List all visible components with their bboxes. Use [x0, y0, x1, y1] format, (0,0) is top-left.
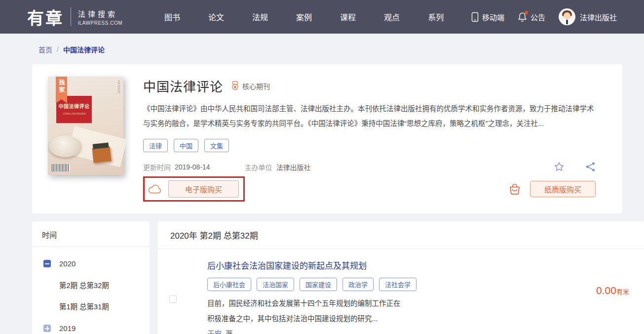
nav-item-courses[interactable]: 课程 [340, 11, 356, 23]
update-time-label: 更新时间 [143, 162, 171, 172]
nav-item-opinions[interactable]: 观点 [384, 11, 400, 23]
tree-year-label: 2019 [59, 324, 76, 333]
cover-photo-decor-inkstone [49, 135, 81, 157]
nav-item-regulations[interactable]: 法规 [252, 11, 268, 23]
nav-item-cases[interactable]: 案例 [296, 11, 312, 23]
article-title[interactable]: 后小康社会法治国家建设的新起点及其规划 [207, 259, 417, 271]
journal-card: 中国法律评论 CHINA LAW REVIEW 独家 02/2020 中国法律评… [32, 64, 622, 213]
journal-cover[interactable]: 中国法律评论 CHINA LAW REVIEW 独家 02/2020 [48, 77, 123, 175]
nav-item-books[interactable]: 图书 [164, 11, 180, 23]
logo-sub-en: iLAWPRESS.COM [78, 20, 122, 26]
breadcrumb-separator: / [57, 45, 59, 53]
summary-line: 积极准备之中，其中包括对法治中国建设规划的研究... [207, 311, 417, 327]
article-tag[interactable]: 法社会学 [379, 278, 417, 291]
navbar-right: 移动端 公告 法律出版社 [471, 8, 617, 25]
organizer-value: 法律出版社 [276, 162, 311, 172]
journal-title: 中国法律评论 [143, 77, 223, 95]
breadcrumb: 首页 / 中国法律评论 [38, 44, 644, 54]
journal-info: 中国法律评论 核心期刊 《中国法律评论》由中华人民共和国司法部主管、法律出版社主… [143, 77, 606, 202]
breadcrumb-home[interactable]: 首页 [38, 44, 52, 54]
article-tag[interactable]: 政治学 [342, 278, 374, 291]
bell-icon [518, 12, 527, 22]
user-menu[interactable]: 法律出版社 [559, 8, 617, 25]
year-tree: 2020 第2期 总第32期 第1期 总第31期 2019 2018 [32, 247, 150, 334]
price-currency: 有米 [616, 288, 629, 295]
issue-header: 2020年 第2期 总第32期 [158, 221, 644, 249]
collapse-icon-2020[interactable] [43, 260, 51, 267]
notice-link[interactable]: 公告 [518, 12, 545, 22]
logo-sub-cn: 法律搜索 [78, 8, 122, 19]
logo-divider [71, 7, 71, 26]
article-tag[interactable]: 国家建设 [300, 278, 337, 291]
article-checkbox[interactable] [169, 295, 177, 303]
paper-purchase-group: 纸质版购买 [508, 181, 596, 197]
tree-children-2020: 第2期 总第32期 第1期 总第31期 [32, 280, 150, 311]
mobile-label: 移动端 [482, 12, 504, 22]
annotation-highlight-box: 电子版购买 [143, 176, 245, 202]
article-price: 0.00有米 [596, 285, 629, 334]
journal-action-icons [554, 162, 596, 172]
article-author-row: 于安 著 [207, 328, 417, 334]
tag-china[interactable]: 中国 [174, 139, 198, 152]
logo-wordmark: 有章 [27, 5, 64, 29]
nav-item-series[interactable]: 系列 [428, 11, 444, 23]
summary-line: 目前，国民经济和社会发展第十四个五年规划的编制工作正在 [207, 296, 417, 311]
notice-label: 公告 [530, 12, 545, 22]
article-main: 后小康社会法治国家建设的新起点及其规划 后小康社会 法治国家 国家建设 政治学 … [207, 259, 417, 334]
time-filter-card: 时间 2020 第2期 总第32期 第1期 总第31期 2019 2018 [32, 221, 150, 334]
tree-item-issue-31[interactable]: 第1期 总第31期 [59, 301, 150, 311]
cover-subtitle: CHINA LAW REVIEW [63, 113, 86, 115]
user-avatar [559, 8, 575, 25]
ebook-buy-button[interactable]: 电子版购买 [168, 180, 239, 198]
lower-section: 时间 2020 第2期 总第32期 第1期 总第31期 2019 2018 20… [32, 221, 644, 334]
medal-icon [231, 81, 239, 90]
user-name: 法律出版社 [580, 12, 617, 22]
tree-year-label: 2020 [59, 259, 76, 268]
nav-item-papers[interactable]: 论文 [208, 11, 224, 23]
tree-node-2019[interactable]: 2019 [32, 324, 150, 333]
article-author-link[interactable]: 于安 [207, 330, 222, 334]
paper-buy-button[interactable]: 纸质版购买 [530, 181, 596, 197]
article-tag[interactable]: 后小康社会 [207, 278, 251, 291]
logo-subtitle: 法律搜索 iLAWPRESS.COM [78, 8, 122, 26]
cover-issue-code: 02/2020 [117, 81, 121, 94]
journal-title-row: 中国法律评论 核心期刊 [143, 77, 606, 95]
journal-tags: 法律 中国 文集 [143, 139, 606, 152]
article-summary: 目前，国民经济和社会发展第十四个五年规划的编制工作正在 积极准备之中，其中包括对… [207, 296, 417, 327]
exclusive-ribbon: 独家 [56, 77, 67, 103]
cover-barcode [52, 164, 70, 171]
cover-photo-decor-seal [92, 146, 112, 163]
logo[interactable]: 有章 法律搜索 iLAWPRESS.COM [27, 5, 122, 29]
shopping-bag-icon[interactable] [508, 182, 522, 196]
time-filter-title: 时间 [32, 221, 150, 247]
cover-title: 中国法律评论 [59, 102, 90, 110]
tag-law[interactable]: 法律 [143, 139, 168, 152]
mobile-link[interactable]: 移动端 [471, 12, 504, 22]
article-tag[interactable]: 法治国家 [257, 278, 294, 291]
expand-icon-2019[interactable] [43, 325, 51, 332]
article-tags: 后小康社会 法治国家 国家建设 政治学 法社会学 [207, 278, 417, 291]
price-amount: 0.00 [596, 285, 616, 296]
article-item: 后小康社会法治国家建设的新起点及其规划 后小康社会 法治国家 国家建设 政治学 … [158, 249, 644, 334]
cover-title-block: 中国法律评论 CHINA LAW REVIEW [56, 96, 92, 123]
phone-icon [471, 12, 479, 22]
tree-node-2020[interactable]: 2020 [32, 259, 150, 268]
author-suffix: 著 [226, 330, 233, 334]
main-nav: 图书 论文 法规 案例 课程 观点 系列 [164, 11, 444, 23]
share-icon[interactable] [585, 162, 596, 172]
tag-collection[interactable]: 文集 [204, 139, 229, 152]
journal-meta-row: 更新时间 2019-08-14 主办单位 法律出版社 [143, 162, 606, 172]
journal-description: 《中国法律评论》由中华人民共和国司法部主管、法律出版社主办。本刊依托法律出版社拥… [143, 101, 600, 131]
favorite-star-icon[interactable] [554, 162, 565, 172]
core-journal-badge: 核心期刊 [231, 81, 270, 91]
purchase-row: 电子版购买 纸质版购买 [143, 176, 606, 202]
cloud-download-icon[interactable] [148, 184, 162, 194]
notification-dot [525, 11, 528, 14]
core-journal-label: 核心期刊 [242, 81, 270, 91]
breadcrumb-current: 中国法律评论 [63, 44, 105, 54]
tree-item-issue-32[interactable]: 第2期 总第32期 [59, 280, 150, 290]
issue-card: 2020年 第2期 总第32期 后小康社会法治国家建设的新起点及其规划 后小康社… [158, 221, 644, 334]
organizer-label: 主办单位 [245, 162, 272, 172]
top-navbar: 有章 法律搜索 iLAWPRESS.COM 图书 论文 法规 案例 课程 观点 … [0, 0, 644, 34]
update-time-value: 2019-08-14 [175, 163, 210, 171]
